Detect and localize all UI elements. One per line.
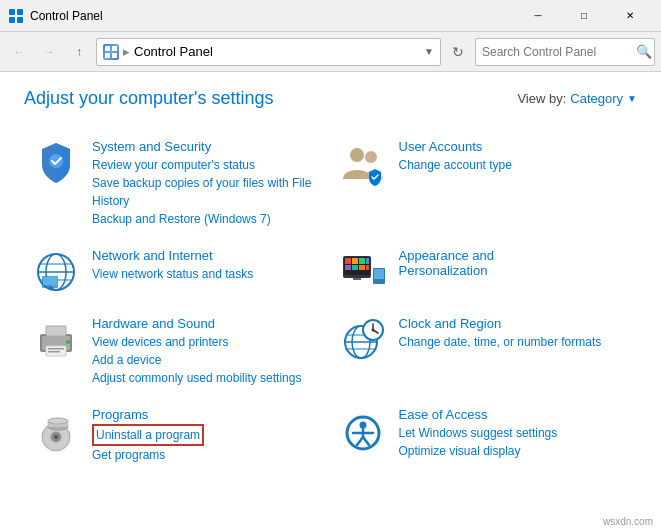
- svg-rect-5: [112, 46, 117, 51]
- view-by-label: View by:: [517, 91, 566, 106]
- programs-sub2[interactable]: Get programs: [92, 446, 323, 464]
- uninstall-highlight[interactable]: Uninstall a program: [92, 424, 204, 446]
- search-icon: 🔍: [636, 44, 652, 59]
- address-app-icon: [103, 44, 119, 60]
- list-item: Ease of Access Let Windows suggest setti…: [331, 397, 638, 474]
- svg-line-60: [357, 437, 363, 445]
- appearance-personalization-content: Appearance andPersonalization: [399, 248, 630, 280]
- svg-rect-23: [359, 258, 365, 264]
- watermark: wsxdn.com: [603, 516, 653, 527]
- list-item: User Accounts Change account type: [331, 129, 638, 238]
- svg-rect-18: [48, 287, 54, 289]
- svg-rect-6: [105, 53, 110, 58]
- system-security-sub3[interactable]: Backup and Restore (Windows 7): [92, 210, 323, 228]
- svg-rect-29: [353, 278, 361, 280]
- addressbar: ← → ↑ ▸ Control Panel ▼ ↻ 🔍: [0, 32, 661, 72]
- programs-title[interactable]: Programs: [92, 407, 323, 422]
- network-internet-title[interactable]: Network and Internet: [92, 248, 323, 263]
- user-accounts-icon: [339, 139, 387, 187]
- hardware-sound-icon: [32, 316, 80, 364]
- system-security-icon: [32, 139, 80, 187]
- svg-rect-28: [366, 265, 369, 270]
- svg-rect-2: [9, 17, 15, 23]
- svg-point-55: [48, 418, 68, 424]
- svg-rect-31: [374, 269, 384, 279]
- hardware-sound-content: Hardware and Sound View devices and prin…: [92, 316, 323, 387]
- view-by-value[interactable]: Category: [570, 91, 623, 106]
- hardware-sound-sub1[interactable]: View devices and printers: [92, 333, 323, 351]
- svg-rect-26: [352, 265, 358, 270]
- network-internet-content: Network and Internet View network status…: [92, 248, 323, 283]
- user-accounts-title[interactable]: User Accounts: [399, 139, 630, 154]
- clock-region-sub1[interactable]: Change date, time, or number formats: [399, 333, 630, 351]
- ease-of-access-title[interactable]: Ease of Access: [399, 407, 630, 422]
- search-box[interactable]: 🔍: [475, 38, 655, 66]
- ease-of-access-sub1[interactable]: Let Windows suggest settings: [399, 424, 630, 442]
- hardware-sound-title[interactable]: Hardware and Sound: [92, 316, 323, 331]
- svg-point-51: [54, 435, 58, 439]
- close-button[interactable]: ✕: [607, 0, 653, 32]
- ease-of-access-content: Ease of Access Let Windows suggest setti…: [399, 407, 630, 460]
- address-box[interactable]: ▸ Control Panel ▼: [96, 38, 441, 66]
- forward-button[interactable]: →: [36, 39, 62, 65]
- system-security-sub2[interactable]: Save backup copies of your files with Fi…: [92, 174, 323, 210]
- network-internet-sub1[interactable]: View network status and tasks: [92, 265, 323, 283]
- hardware-sound-sub3[interactable]: Adjust commonly used mobility settings: [92, 369, 323, 387]
- clock-region-title[interactable]: Clock and Region: [399, 316, 630, 331]
- svg-point-10: [365, 151, 377, 163]
- list-item: System and Security Review your computer…: [24, 129, 331, 238]
- breadcrumb-separator: ▸: [123, 44, 130, 59]
- titlebar: Control Panel ─ □ ✕: [0, 0, 661, 32]
- ease-of-access-icon: [339, 407, 387, 455]
- user-accounts-content: User Accounts Change account type: [399, 139, 630, 174]
- svg-rect-0: [9, 9, 15, 15]
- svg-line-61: [363, 437, 369, 445]
- svg-point-9: [350, 148, 364, 162]
- back-button[interactable]: ←: [6, 39, 32, 65]
- address-dropdown-icon[interactable]: ▼: [424, 46, 434, 57]
- minimize-button[interactable]: ─: [515, 0, 561, 32]
- svg-rect-32: [377, 282, 381, 283]
- svg-point-39: [66, 340, 70, 344]
- svg-rect-25: [345, 265, 351, 270]
- svg-rect-1: [17, 9, 23, 15]
- list-item: Network and Internet View network status…: [24, 238, 331, 306]
- titlebar-app-icon: [8, 8, 24, 24]
- window-title: Control Panel: [30, 9, 515, 23]
- system-security-title[interactable]: System and Security: [92, 139, 323, 154]
- items-grid: System and Security Review your computer…: [24, 129, 637, 474]
- page-title: Adjust your computer's settings: [24, 88, 274, 109]
- svg-rect-17: [43, 277, 57, 285]
- list-item: Appearance andPersonalization: [331, 238, 638, 306]
- appearance-personalization-title[interactable]: Appearance andPersonalization: [399, 248, 630, 278]
- svg-rect-4: [105, 46, 110, 51]
- system-security-content: System and Security Review your computer…: [92, 139, 323, 228]
- hardware-sound-sub2[interactable]: Add a device: [92, 351, 323, 369]
- svg-rect-22: [352, 258, 358, 264]
- network-internet-icon: [32, 248, 80, 296]
- refresh-button[interactable]: ↻: [445, 39, 471, 65]
- list-item: Hardware and Sound View devices and prin…: [24, 306, 331, 397]
- svg-rect-7: [112, 53, 117, 58]
- view-by-chevron-icon[interactable]: ▼: [627, 93, 637, 104]
- list-item: Clock and Region Change date, time, or n…: [331, 306, 638, 397]
- svg-rect-38: [48, 351, 60, 353]
- svg-rect-21: [345, 258, 351, 264]
- svg-rect-37: [48, 348, 64, 350]
- window-controls: ─ □ ✕: [515, 0, 653, 32]
- ease-of-access-sub2[interactable]: Optimize visual display: [399, 442, 630, 460]
- programs-icon: [32, 407, 80, 455]
- svg-point-48: [371, 329, 374, 332]
- user-accounts-sub1[interactable]: Change account type: [399, 156, 630, 174]
- svg-rect-3: [17, 17, 23, 23]
- main-content: Adjust your computer's settings View by:…: [0, 72, 661, 531]
- appearance-personalization-icon: [339, 248, 387, 296]
- search-input[interactable]: [482, 45, 632, 59]
- svg-rect-24: [366, 258, 369, 264]
- maximize-button[interactable]: □: [561, 0, 607, 32]
- clock-region-content: Clock and Region Change date, time, or n…: [399, 316, 630, 351]
- programs-uninstall[interactable]: Uninstall a program: [92, 424, 323, 446]
- up-button[interactable]: ↑: [66, 39, 92, 65]
- system-security-sub1[interactable]: Review your computer's status: [92, 156, 323, 174]
- svg-rect-27: [359, 265, 365, 270]
